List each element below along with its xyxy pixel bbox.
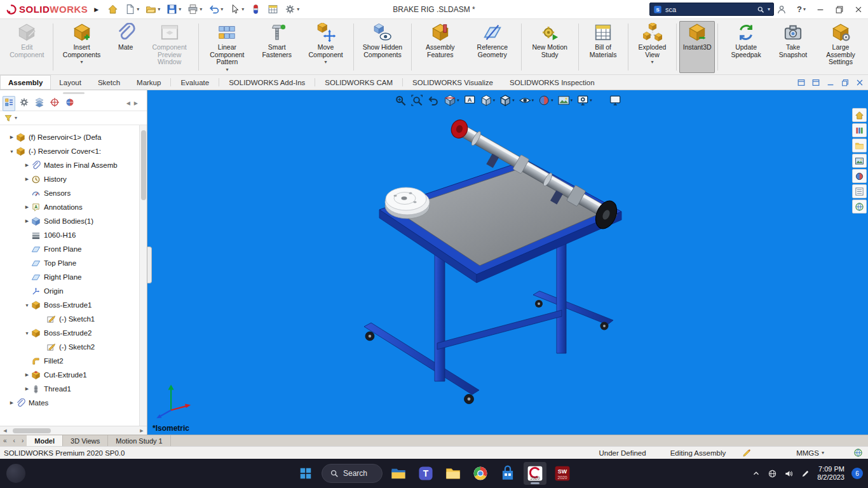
- titlebar-tool-task-scheduler[interactable]: [265, 2, 281, 17]
- pin-panel-icon[interactable]: [797, 78, 806, 87]
- tree-expand-icon[interactable]: ▶: [23, 372, 31, 377]
- tree-item-front-plane[interactable]: Front Plane: [0, 242, 147, 256]
- titlebar-tool-print[interactable]: ▾: [185, 2, 205, 17]
- minimize-button[interactable]: [811, 0, 830, 19]
- tree-expand-icon[interactable]: ▶: [23, 205, 31, 210]
- dropdown-caret-icon[interactable]: ▾: [532, 98, 534, 103]
- scrollbar-thumb[interactable]: [13, 428, 51, 433]
- toolbar-expand-arrow[interactable]: ▶: [94, 6, 98, 13]
- hud-view-settings-button[interactable]: ▾: [576, 93, 593, 107]
- ribbon-button-smart-fasteners[interactable]: Smart Fasteners: [253, 21, 301, 73]
- dropdown-caret-icon[interactable]: ▾: [220, 6, 223, 12]
- tree-item-boss-extrude1[interactable]: ▼Boss-Extrude1: [0, 298, 147, 312]
- ribbon-button-new-motion-study[interactable]: New Motion Study: [524, 21, 576, 73]
- dropdown-caret-icon[interactable]: ▾: [297, 6, 299, 12]
- doc-restore-icon[interactable]: [841, 78, 850, 87]
- panel-scroll-left-icon[interactable]: ◀: [126, 100, 130, 106]
- tree-expand-icon[interactable]: ▶: [8, 135, 16, 140]
- scroll-left-icon[interactable]: ◀: [0, 428, 10, 433]
- tree-horizontal-scrollbar[interactable]: ◀ ▶: [0, 426, 147, 435]
- dropdown-caret-icon[interactable]: ▾: [200, 6, 202, 12]
- unit-system-selector[interactable]: MMGS ▾: [796, 449, 824, 457]
- new-window-icon[interactable]: [811, 78, 820, 87]
- taskpane-solidworks-resources-button[interactable]: [852, 200, 867, 214]
- tree-expand-icon[interactable]: ▼: [23, 331, 31, 336]
- tray-expand-icon[interactable]: [752, 469, 761, 478]
- titlebar-tool-select[interactable]: ▾: [227, 2, 247, 17]
- tree-item-cut-extrude1[interactable]: ▶Cut-Extrude1: [0, 368, 147, 382]
- tree-item-1060-h16[interactable]: 1060-H16: [0, 228, 147, 242]
- widgets-icon[interactable]: [6, 464, 25, 483]
- tab-solidworks-inspection[interactable]: SOLIDWORKS Inspection: [501, 75, 603, 90]
- ribbon-button-take-snapshot[interactable]: Take Snapshot: [771, 21, 815, 73]
- titlebar-tool-new-document[interactable]: ▾: [122, 2, 142, 17]
- ribbon-button-reference-geometry[interactable]: Reference Geometry: [466, 21, 519, 73]
- tree-item-mates[interactable]: ▶Mates: [0, 396, 147, 410]
- ribbon-button-component-preview-window[interactable]: Component Preview Window: [144, 21, 196, 73]
- taskbar-app-teams[interactable]: T: [414, 462, 437, 485]
- taskbar-app-solidworks-rx-2020[interactable]: SW2020: [551, 462, 574, 485]
- tree-expand-icon[interactable]: ▶: [23, 219, 31, 224]
- ribbon-button-move-component[interactable]: Move Component▾: [301, 21, 351, 73]
- titlebar-tool-save[interactable]: ▾: [164, 2, 184, 17]
- tree-item-annotations[interactable]: ▶AAnnotations: [0, 200, 147, 214]
- hud-display-style-button[interactable]: ▾: [498, 93, 515, 107]
- dropdown-caret-icon[interactable]: ▾: [241, 6, 244, 12]
- tree-item-top-plane[interactable]: Top Plane: [0, 256, 147, 270]
- doc-minimize-icon[interactable]: [826, 78, 835, 87]
- tree-item-sketch1[interactable]: (-) Sketch1: [0, 312, 147, 326]
- dropdown-caret-icon[interactable]: ▾: [158, 6, 160, 12]
- panel-tab-dimxpert-manager[interactable]: [48, 96, 61, 111]
- scroll-right-icon[interactable]: ▶: [137, 428, 147, 433]
- taskpane-appearances-button[interactable]: [852, 169, 867, 183]
- hud-zoom-to-fit-button[interactable]: [393, 93, 407, 107]
- network-icon[interactable]: [768, 469, 777, 478]
- taskbar-search[interactable]: Search: [322, 464, 383, 483]
- taskbar-app-browser[interactable]: [469, 462, 492, 485]
- tab-assembly[interactable]: Assembly: [0, 75, 51, 90]
- taskbar-app-store[interactable]: [496, 462, 519, 485]
- magnifier-icon[interactable]: [757, 6, 764, 13]
- taskbar-app-solidworks-2020[interactable]: 2020: [524, 462, 546, 485]
- tree-item-mates-in-final-assemb[interactable]: ▶Mates in Final Assemb: [0, 158, 147, 172]
- restore-button[interactable]: [830, 0, 849, 19]
- doc-tab-motion-study-1[interactable]: Motion Study 1: [108, 435, 170, 446]
- search-caret-icon[interactable]: ▾: [768, 6, 770, 12]
- taskpane-file-explorer-button[interactable]: [852, 139, 867, 152]
- clock[interactable]: 7:09 PM 8/2/2023: [817, 465, 844, 482]
- tree-vertical-scrollbar[interactable]: [139, 125, 147, 426]
- hud-dynamic-annotation-views-button[interactable]: A: [463, 93, 477, 107]
- titlebar-tool-open[interactable]: ▾: [143, 2, 163, 17]
- panel-tab-feature-manager[interactable]: [3, 96, 15, 111]
- tree-expand-icon[interactable]: ▼: [23, 303, 31, 308]
- hud-preview-window-button[interactable]: [608, 93, 622, 107]
- doc-tab-3d-views[interactable]: 3D Views: [63, 435, 108, 446]
- tree-item-solid-bodies-1[interactable]: ▶Solid Bodies(1): [0, 214, 147, 228]
- hud-section-view-button[interactable]: ▾: [443, 93, 460, 107]
- tree-item-reservoir-cover-1[interactable]: ▼(-) Reservoir Cover<1:: [0, 144, 147, 158]
- tree-item-sketch2[interactable]: (-) Sketch2: [0, 340, 147, 354]
- dropdown-caret-icon[interactable]: ▾: [571, 98, 573, 103]
- tree-item-f-reservoir-1-defa[interactable]: ▶(f) Reservoir<1> (Defa: [0, 130, 147, 144]
- tab-layout[interactable]: Layout: [51, 75, 90, 90]
- tree-item-fillet2[interactable]: Fillet2: [0, 354, 147, 368]
- hud-view-orientation-button[interactable]: ▾: [479, 93, 496, 107]
- hud-edit-appearance-button[interactable]: ▾: [537, 93, 554, 107]
- tab-markup[interactable]: Markup: [128, 75, 169, 90]
- tree-expand-icon[interactable]: ▶: [23, 386, 31, 391]
- tab-nav-next-icon[interactable]: ›: [18, 435, 27, 446]
- panel-tab-configuration-manager[interactable]: [33, 96, 46, 111]
- titlebar-tool-options[interactable]: ▾: [282, 2, 302, 17]
- close-button[interactable]: [849, 0, 868, 19]
- tree-item-right-plane[interactable]: Right Plane: [0, 270, 147, 284]
- tree-item-sensors[interactable]: Sensors: [0, 186, 147, 200]
- help-button[interactable]: ?▾: [792, 0, 811, 19]
- ribbon-button-linear-component-pattern[interactable]: Linear Component Pattern▾: [201, 21, 253, 73]
- titlebar-tool-home[interactable]: [105, 2, 121, 17]
- pen-icon[interactable]: [801, 469, 810, 478]
- brake-rig-model[interactable]: [364, 118, 621, 403]
- graphics-viewport[interactable]: ▾A▾▾▾▾▾▾ *Isometric: [147, 90, 868, 435]
- tree-item-boss-extrude2[interactable]: ▼Boss-Extrude2: [0, 326, 147, 340]
- tab-solidworks-visualize[interactable]: SOLIDWORKS Visualize: [404, 75, 501, 90]
- filter-funnel-icon[interactable]: [4, 114, 13, 123]
